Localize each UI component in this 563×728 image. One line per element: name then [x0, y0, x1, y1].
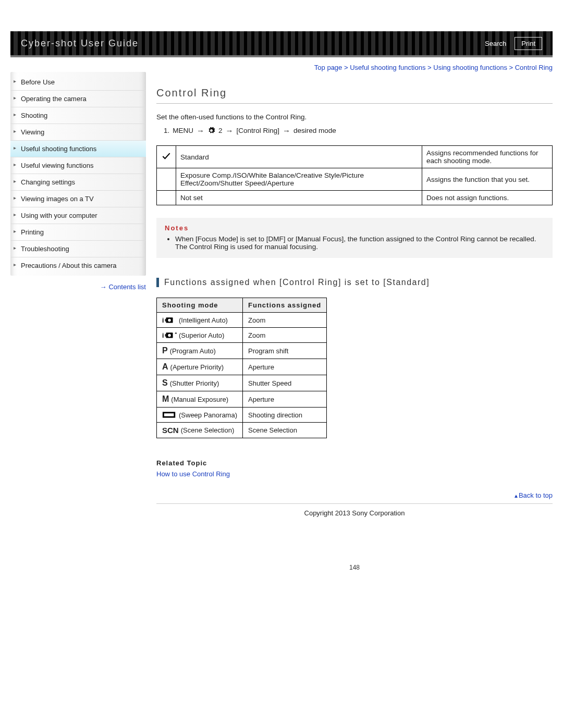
mode-label: (Scene Selection): [181, 426, 235, 434]
sidebar-item[interactable]: Using with your computer: [10, 207, 146, 224]
mode-icon: S: [162, 378, 168, 388]
mode-label: (Intelligent Auto): [179, 316, 228, 324]
mode-function: Shutter Speed: [243, 375, 327, 391]
step-number: 1.: [164, 127, 169, 134]
print-button[interactable]: Print: [515, 37, 542, 50]
copyright: Copyright 2013 Sony Corporation: [156, 503, 553, 517]
page-number: 148: [156, 564, 553, 571]
sidebar-item[interactable]: Changing settings: [10, 174, 146, 191]
step-tail: desired mode: [293, 127, 336, 134]
sidebar-item[interactable]: Operating the camera: [10, 91, 146, 107]
breadcrumb-part[interactable]: Top page: [314, 64, 342, 71]
step-bracket: [Control Ring]: [237, 127, 280, 134]
sidebar-item[interactable]: Precautions / About this camera: [10, 257, 146, 274]
notes-list: When [Focus Mode] is set to [DMF] or [Ma…: [175, 235, 544, 251]
step-two: 2: [218, 127, 223, 134]
breadcrumb-part: Control Ring: [515, 64, 553, 71]
svg-rect-2: [165, 319, 166, 322]
mode-function: Program shift: [243, 343, 327, 359]
breadcrumb: Top page > Useful shooting functions > U…: [156, 64, 553, 71]
mode-cell: M(Manual Exposure): [157, 391, 243, 408]
note-item: When [Focus Mode] is set to [DMF] or [Ma…: [175, 235, 544, 251]
arrow-icon: →: [283, 126, 290, 135]
sidebar-item[interactable]: Viewing images on a TV: [10, 191, 146, 207]
options-table: StandardAssigns recommended functions fo…: [156, 145, 553, 205]
notes-box: Notes When [Focus Mode] is set to [DMF] …: [156, 218, 553, 258]
mode-cell: S(Shutter Priority): [157, 375, 243, 391]
sidebar-item[interactable]: Shooting: [10, 107, 146, 124]
mode-label: (Shutter Priority): [170, 379, 219, 387]
back-to-top-link[interactable]: Back to top: [156, 491, 553, 499]
notes-title: Notes: [165, 224, 544, 232]
svg-text:i: i: [162, 332, 164, 339]
svg-point-7: [168, 334, 171, 337]
sidebar: Before UseOperating the cameraShootingVi…: [10, 61, 146, 592]
mode-icon: SCN: [162, 426, 179, 435]
mode-cell: SCN(Scene Selection): [157, 423, 243, 438]
gear-icon: [207, 127, 215, 135]
mode-icon: i: [162, 316, 177, 324]
arrow-right-icon: →: [100, 283, 106, 291]
check-icon: [161, 155, 172, 163]
option-desc: Assigns recommended functions for each s…: [422, 146, 553, 168]
site-title: Cyber-shot User Guide: [21, 38, 139, 49]
modes-header: Functions assigned: [243, 298, 327, 313]
svg-text:i: i: [162, 317, 164, 324]
mode-cell: A(Aperture Priority): [157, 359, 243, 375]
option-check-cell: [157, 146, 176, 168]
contents-list-label: Contents list: [108, 283, 146, 291]
mode-function: Zoom: [243, 328, 327, 343]
mode-function: Aperture: [243, 359, 327, 375]
option-desc: Does not assign functions.: [422, 191, 553, 205]
main-content: Top page > Useful shooting functions > U…: [156, 61, 553, 592]
mode-function: Shooting direction: [243, 408, 327, 423]
svg-text:+: +: [175, 331, 177, 336]
section-subtitle: Functions assigned when [Control Ring] i…: [156, 278, 553, 287]
sidebar-item[interactable]: Printing: [10, 224, 146, 241]
option-label: Exposure Comp./ISO/White Balance/Creativ…: [176, 168, 422, 191]
svg-point-3: [168, 319, 171, 322]
related-link[interactable]: How to use Control Ring: [156, 470, 553, 478]
page-title: Control Ring: [156, 87, 553, 104]
sidebar-item[interactable]: Before Use: [10, 74, 146, 91]
sidebar-item[interactable]: Useful shooting functions: [10, 141, 146, 157]
mode-cell: i+(Superior Auto): [157, 328, 243, 343]
mode-label: (Manual Exposure): [171, 396, 228, 403]
search-link[interactable]: Search: [485, 40, 506, 47]
sidebar-item[interactable]: Viewing: [10, 124, 146, 141]
mode-label: (Sweep Panorama): [179, 411, 237, 419]
modes-table: Shooting modeFunctions assignedi(Intelli…: [156, 298, 327, 438]
mode-function: Zoom: [243, 313, 327, 328]
contents-list-link[interactable]: →Contents list: [10, 283, 146, 291]
mode-function: Aperture: [243, 391, 327, 408]
mode-cell: (Sweep Panorama): [157, 408, 243, 423]
option-label: Not set: [176, 191, 422, 205]
breadcrumb-part[interactable]: Useful shooting functions: [350, 64, 425, 71]
nav-list: Before UseOperating the cameraShootingVi…: [10, 72, 146, 276]
mode-function: Scene Selection: [243, 423, 327, 438]
related-title: Related Topic: [156, 459, 553, 467]
arrow-icon: →: [197, 126, 204, 135]
menu-path: 1. MENU → 2 → [Control Ring] → desired m…: [164, 126, 553, 135]
mode-icon: P: [162, 346, 168, 355]
mode-icon: M: [162, 394, 169, 404]
mode-label: (Program Auto): [170, 347, 216, 355]
mode-cell: P(Program Auto): [157, 343, 243, 359]
option-desc: Assigns the function that you set.: [422, 168, 553, 191]
modes-header: Shooting mode: [157, 298, 243, 313]
mode-icon: i+: [162, 331, 177, 339]
svg-rect-6: [165, 334, 166, 337]
breadcrumb-part[interactable]: Using shooting functions: [433, 64, 507, 71]
mode-label: (Aperture Priority): [170, 363, 224, 371]
svg-rect-11: [164, 413, 174, 416]
sidebar-item[interactable]: Troubleshooting: [10, 241, 146, 257]
option-label: Standard: [176, 146, 422, 168]
sidebar-item[interactable]: Useful viewing functions: [10, 157, 146, 174]
arrow-icon: →: [226, 126, 234, 135]
intro-text: Set the often-used functions to the Cont…: [156, 113, 553, 121]
mode-icon: A: [162, 362, 168, 372]
header-bar: Cyber-shot User Guide Search Print: [10, 31, 553, 57]
mode-icon: [162, 411, 177, 419]
mode-label: (Superior Auto): [179, 331, 224, 339]
mode-cell: i(Intelligent Auto): [157, 313, 243, 328]
